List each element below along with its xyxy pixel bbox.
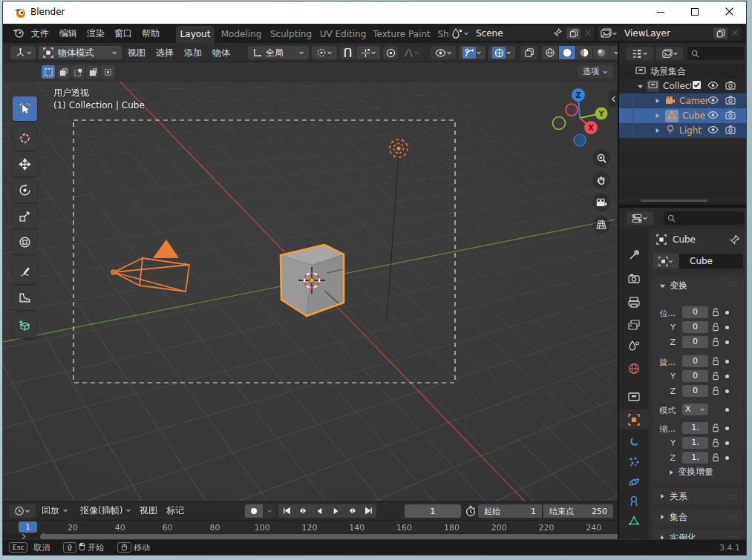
select-mode-4[interactable] (101, 65, 114, 79)
delta-transform-expand[interactable]: 变换增量 (668, 466, 713, 478)
lock-icon[interactable] (712, 357, 719, 368)
object-visibility-selector[interactable] (431, 46, 456, 59)
value-field[interactable]: 0 (682, 370, 708, 382)
menu-4[interactable]: 帮助 (142, 24, 160, 43)
value-field[interactable]: 1. (682, 452, 708, 464)
next-key-button[interactable] (344, 504, 360, 518)
outliner-editor-type[interactable] (627, 47, 653, 60)
shading-solid-button[interactable] (559, 46, 575, 59)
viewlayer-name[interactable]: ViewLayer (620, 28, 713, 39)
collection-hide-icon[interactable] (707, 81, 719, 92)
camera-object[interactable] (111, 240, 189, 291)
workspace-tab-Texture Paint[interactable]: Texture Paint (372, 26, 431, 43)
shading-wireframe-button[interactable] (542, 46, 558, 59)
properties-tab-world[interactable] (619, 358, 649, 378)
outliner-filter[interactable] (656, 47, 683, 60)
animate-dot[interactable] (725, 389, 729, 393)
tool-annotate[interactable] (13, 260, 37, 284)
timeline-menu-1[interactable]: 抠像(插帧) (80, 501, 131, 519)
collection-checkbox[interactable] (692, 80, 702, 92)
minimize-button[interactable] (644, 1, 678, 24)
properties-tab-output[interactable] (619, 292, 649, 312)
tool-add-cube[interactable] (13, 314, 37, 338)
frame-end-field[interactable]: 结束点250 (543, 504, 613, 518)
lock-icon[interactable] (712, 453, 719, 464)
panel-2[interactable]: 实例化 :::: (653, 530, 744, 539)
outliner-item-Camera[interactable]: Camera (619, 93, 746, 108)
properties-tab-constraints[interactable] (619, 491, 649, 511)
render-visibility-icon[interactable] (725, 111, 736, 122)
animate-dot[interactable] (725, 326, 729, 329)
scene-collection-label[interactable]: 场景集合 (650, 65, 686, 78)
timeline-menu-3[interactable]: 标记 (166, 501, 184, 519)
tool-rotate[interactable] (13, 178, 37, 202)
transform-orientation[interactable]: 全局 (248, 46, 309, 59)
sidebar-toggle[interactable] (609, 90, 618, 107)
properties-tab-object[interactable] (619, 409, 649, 429)
hide-icon[interactable] (707, 96, 719, 107)
select-mode-3[interactable] (86, 65, 99, 79)
new-scene-button[interactable] (566, 27, 581, 39)
workspace-tab-Layout[interactable]: Layout (176, 26, 215, 43)
render-visibility-icon[interactable] (725, 96, 736, 107)
play-button[interactable] (327, 504, 344, 518)
select-mode-0[interactable] (42, 65, 55, 79)
value-field[interactable]: 1. (682, 437, 708, 449)
camera-view-button[interactable] (592, 194, 610, 211)
auto-key-button[interactable] (245, 504, 263, 518)
properties-tab-view-layer[interactable] (619, 315, 649, 335)
workspace-tab-Sculpting[interactable]: Sculpting (268, 26, 314, 43)
zoom-view-button[interactable] (592, 149, 610, 167)
properties-tab-data[interactable] (619, 511, 649, 531)
viewlayer-selector[interactable]: ViewLayer (598, 26, 742, 41)
timeline-menu-0[interactable]: 回放 (42, 501, 68, 519)
outliner-search[interactable] (687, 47, 744, 60)
new-viewlayer-button[interactable] (713, 27, 728, 39)
navigation-gizmo[interactable]: Z Y X (546, 85, 616, 156)
pivot-point-selector[interactable] (312, 46, 337, 59)
lock-icon[interactable] (712, 337, 719, 349)
menu-0[interactable]: 文件 (31, 24, 49, 43)
lock-icon[interactable] (712, 438, 719, 449)
timeline-menu-2[interactable]: 视图 (140, 501, 157, 519)
tool-transform[interactable] (13, 230, 37, 254)
maximize-button[interactable] (678, 1, 712, 24)
3d-viewport[interactable]: 用户透视 (1) Collection | Cube Z Y X (3, 82, 618, 501)
tool-cursor[interactable] (13, 126, 37, 151)
properties-search[interactable] (664, 211, 744, 225)
pin-id-icon[interactable] (730, 234, 740, 245)
lock-icon[interactable] (712, 323, 719, 334)
collection-expand-icon[interactable] (637, 83, 644, 90)
animate-dot[interactable] (725, 441, 729, 445)
expand-icon[interactable] (655, 128, 661, 134)
lock-icon[interactable] (712, 424, 719, 435)
animate-dot[interactable] (725, 340, 729, 344)
options-dropdown[interactable]: 选项 (578, 65, 613, 78)
panel-1[interactable]: 集合 :::: (653, 509, 744, 525)
mode-selector[interactable]: 物体模式 (39, 46, 122, 59)
value-field[interactable]: 0 (682, 355, 708, 367)
shading-rendered-button[interactable] (593, 46, 609, 59)
workspace-tab-Modeling[interactable]: Modeling (218, 26, 264, 43)
shading-material-button[interactable] (576, 46, 592, 59)
hide-icon[interactable] (707, 125, 719, 136)
outliner-hscrollbar[interactable] (641, 200, 707, 202)
playhead[interactable]: 1 (19, 521, 37, 533)
animate-dot[interactable] (725, 426, 729, 430)
proportional-editing-toggle[interactable] (383, 46, 398, 59)
play-back-button[interactable] (311, 504, 327, 518)
hide-icon[interactable] (707, 111, 719, 122)
tool-measure[interactable] (13, 286, 37, 310)
value-field[interactable]: 0 (682, 306, 708, 318)
animate-dot[interactable] (725, 360, 729, 363)
outliner-item-Cube[interactable]: Cube (619, 108, 746, 123)
lock-icon[interactable] (712, 308, 719, 319)
snap-target-selector[interactable] (356, 46, 380, 59)
scene-icon[interactable] (449, 26, 471, 41)
tool-move[interactable] (13, 152, 37, 177)
snap-toggle[interactable] (340, 46, 355, 59)
properties-tab-scene[interactable] (619, 336, 649, 356)
value-field[interactable]: 1. (682, 422, 708, 434)
jump-start-button[interactable] (278, 504, 295, 518)
properties-tab-collection[interactable] (619, 386, 649, 406)
